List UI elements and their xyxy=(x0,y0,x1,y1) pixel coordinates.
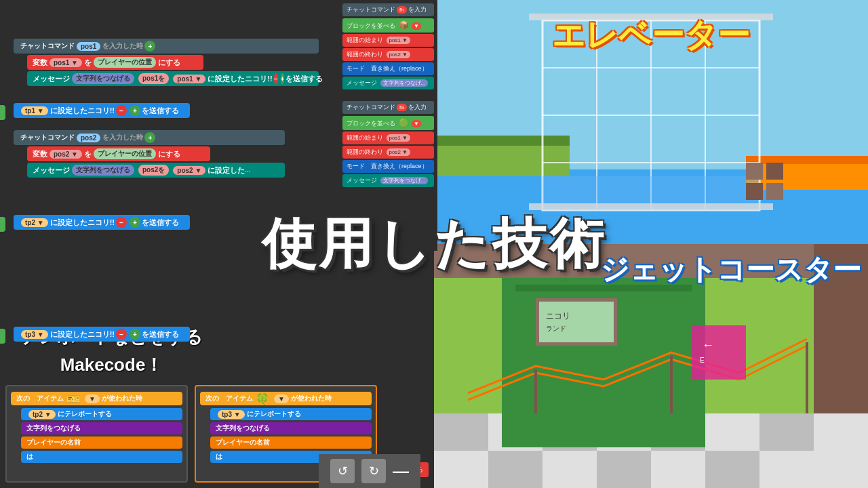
svg-rect-36 xyxy=(705,451,760,488)
player-pos-pill: プレイヤーの位置 xyxy=(94,57,156,68)
str-join-center-2: 文字列をつなげ... xyxy=(380,177,429,184)
svg-rect-15 xyxy=(529,203,773,210)
nikori-2: に設定した xyxy=(208,165,245,176)
range-start-1: 範囲の始まり pos1 ▼ xyxy=(342,34,434,47)
wo-label-2: を xyxy=(84,149,92,159)
minus-btn-1[interactable]: − xyxy=(274,73,278,84)
svg-rect-28 xyxy=(705,413,760,451)
svg-rect-29 xyxy=(760,413,814,451)
redo-icon: ↻ xyxy=(369,464,379,479)
mode-replace-1: モード 置き換え（replace） xyxy=(342,62,434,75)
pos1-var-pill: pos1 ▼ xyxy=(50,58,82,67)
tp1-plus[interactable]: + xyxy=(130,105,140,116)
tp2-minus[interactable]: − xyxy=(116,217,127,228)
chat-fa-label: チャットコマンド xyxy=(347,103,395,112)
enter-fa: を入力 xyxy=(408,103,427,112)
green-bar-1 xyxy=(0,105,5,120)
toolbar: ↺ ↻ — xyxy=(319,454,420,488)
arrow-pill-1: ▼ xyxy=(85,394,100,403)
svg-text:ニコリ: ニコリ xyxy=(546,311,570,321)
tp3-pill-card: tp3 ▼ xyxy=(218,410,245,419)
input-when-2: を入力した時 xyxy=(102,133,143,142)
svg-rect-31 xyxy=(434,451,488,488)
plus-btn-1[interactable]: + xyxy=(281,73,285,84)
add-btn-2[interactable]: + xyxy=(144,132,155,143)
tp3-minus[interactable]: − xyxy=(116,329,127,340)
set-nikori-tp1: に設定したニコリ!! xyxy=(50,106,115,116)
pos1v-pill: pos1 ▼ xyxy=(173,75,205,83)
main-container: チャットコマンド pos1 を入力した時 + 変数 pos1 ▼ を プレイヤー… xyxy=(0,0,868,488)
desc-line2: Makecode！ xyxy=(20,351,203,380)
msg-label-2: メッセージ xyxy=(33,165,70,176)
svg-rect-18 xyxy=(746,183,763,200)
svg-rect-37 xyxy=(760,451,814,488)
elipsis-1: ... xyxy=(245,167,250,174)
block-group-pos1: チャットコマンド pos1 を入力した時 + 変数 pos1 ▼ を プレイヤー… xyxy=(14,37,319,87)
svg-text:E: E xyxy=(700,357,705,364)
msg-center-2: メッセージ 文字列をつなげ... xyxy=(342,174,434,187)
teleport-label-1: にテレポートする xyxy=(58,409,112,419)
svg-rect-5 xyxy=(746,156,868,164)
fh-pill: fh xyxy=(397,6,407,14)
send-label-1: を送信する xyxy=(285,74,323,84)
block-card-tp2-item: 次の アイテム 🎫 ▼ が使われた時 tp2 ▼ にテレポートする 文字列をつな… xyxy=(5,385,188,483)
svg-text:ランド: ランド xyxy=(546,325,566,332)
center-bottom-blocks: チャットコマンド fa を入力 ブロックを並べる 🟢 ▼ 範囲の始まり pos1… xyxy=(339,98,437,192)
tp3-plus[interactable]: + xyxy=(130,329,140,340)
pos2-range-2: pos2 ▼ xyxy=(387,148,411,156)
block-fill-1: ブロックを並べる 📦 ▼ xyxy=(342,18,434,33)
center-blocks-strip: チャットコマンド fh を入力 ブロックを並べる 📦 ▼ 範囲の始まり pos1… xyxy=(339,0,437,251)
svg-rect-23 xyxy=(434,413,488,451)
svg-rect-30 xyxy=(814,413,868,451)
svg-rect-47 xyxy=(692,325,746,380)
str-join-pill-1: 文字列をつなげる xyxy=(72,73,134,84)
dropdown-2[interactable]: ▼ xyxy=(412,120,421,127)
input-when-1: を入力した時 xyxy=(102,41,143,51)
next-label-2: 次の アイテム xyxy=(205,394,253,403)
send-tp2: を送信する xyxy=(142,218,179,228)
range-start-label-1: 範囲の始まり xyxy=(347,37,383,43)
chat-fh-label: チャットコマンド xyxy=(347,5,395,14)
svg-rect-41 xyxy=(539,302,614,342)
msg-label-1: メッセージ xyxy=(33,74,70,84)
svg-rect-33 xyxy=(542,451,597,488)
tp2-plus[interactable]: + xyxy=(130,217,140,228)
pos1o-pill: pos1を xyxy=(138,73,169,84)
pos2-var-pill: pos2 ▼ xyxy=(50,150,82,159)
chat-cmd-label-1: チャットコマンド xyxy=(20,41,75,51)
set-nikori-tp2: に設定したニコリ!! xyxy=(50,218,115,228)
tp1-group: tp1 ▼ に設定したニコリ!! − + を送信する xyxy=(14,102,190,119)
tp1-minus[interactable]: − xyxy=(116,105,127,116)
chat-cmd-label-2: チャットコマンド xyxy=(20,133,75,142)
dropdown-1[interactable]: ▼ xyxy=(412,22,421,30)
coaster-title: ジェットコースター xyxy=(600,251,861,289)
svg-rect-16 xyxy=(746,163,763,180)
pos1-pill-1: pos1 xyxy=(77,42,100,51)
add-btn-1[interactable]: + xyxy=(144,41,155,52)
ha-label-1: は xyxy=(26,452,33,462)
block-icon-2: 🟢 xyxy=(399,118,409,127)
enter-fh: を入力 xyxy=(408,5,427,14)
tp3-group: tp3 ▼ に設定したニコリ!! − + を送信する xyxy=(14,325,190,343)
str-join-pill-2: 文字列をつなげる xyxy=(72,165,134,176)
tp2-pill-card: tp2 ▼ xyxy=(28,410,56,419)
mode-replace-2: モード 置き換え（replace） xyxy=(342,160,434,173)
wo-label: を xyxy=(84,58,92,68)
elevator-area: エレベーター xyxy=(434,0,868,244)
msg-center-label-1: メッセージ xyxy=(347,79,377,86)
svg-rect-17 xyxy=(766,163,783,180)
svg-rect-35 xyxy=(651,451,705,488)
redo-button[interactable]: ↻ xyxy=(361,459,386,483)
tp2-group: tp2 ▼ に設定したニコリ!! − + を送信する xyxy=(14,214,190,231)
tp1-pill: tp1 ▼ xyxy=(21,106,48,115)
var-label-2: 変数 xyxy=(33,149,47,159)
range-start-2: 範囲の始まり pos1 ▼ xyxy=(342,131,434,144)
range-end-1: 範囲の終わり pos2 ▼ xyxy=(342,48,434,61)
str-join-center-1: 文字列をつなげ... xyxy=(380,79,429,87)
teleport-label-2: にテレポートする xyxy=(247,409,301,419)
undo-button[interactable]: ↺ xyxy=(330,459,355,483)
send-tp1: を送信する xyxy=(142,106,179,116)
tp2-pill: tp2 ▼ xyxy=(21,218,48,227)
block-fill-label-1: ブロックを並べる xyxy=(347,22,395,29)
ni-suru: にする xyxy=(158,58,180,68)
